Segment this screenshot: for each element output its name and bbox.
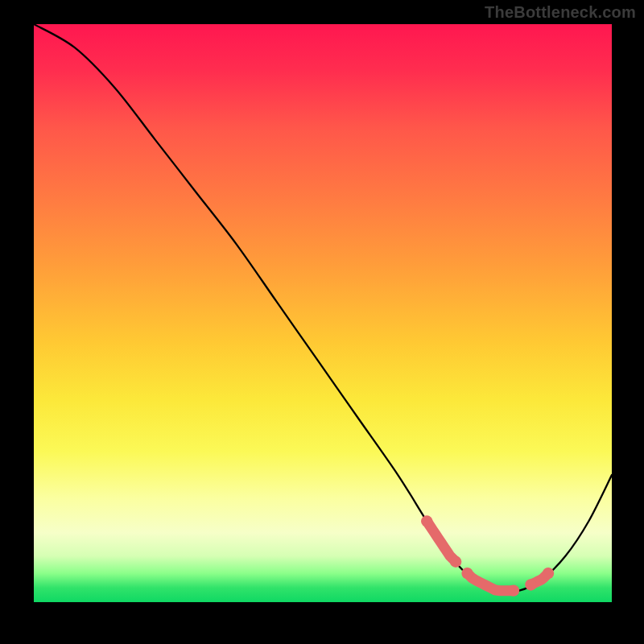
highlight-segment: [427, 521, 456, 561]
highlight-dot: [525, 579, 536, 590]
watermark-text: TheBottleneck.com: [485, 3, 636, 22]
highlight-dot: [508, 584, 519, 596]
highlight-dot: [461, 568, 473, 579]
bottleneck-curve-line: [34, 24, 612, 592]
highlight-dot: [543, 568, 554, 579]
highlight-dot: [450, 556, 461, 568]
curve-svg: [34, 24, 612, 602]
highlight-markers: [421, 515, 554, 597]
chart-frame: TheBottleneck.com: [0, 0, 644, 644]
plot-area: [34, 24, 612, 602]
highlight-segment: [468, 573, 514, 591]
highlight-dot: [421, 515, 432, 526]
